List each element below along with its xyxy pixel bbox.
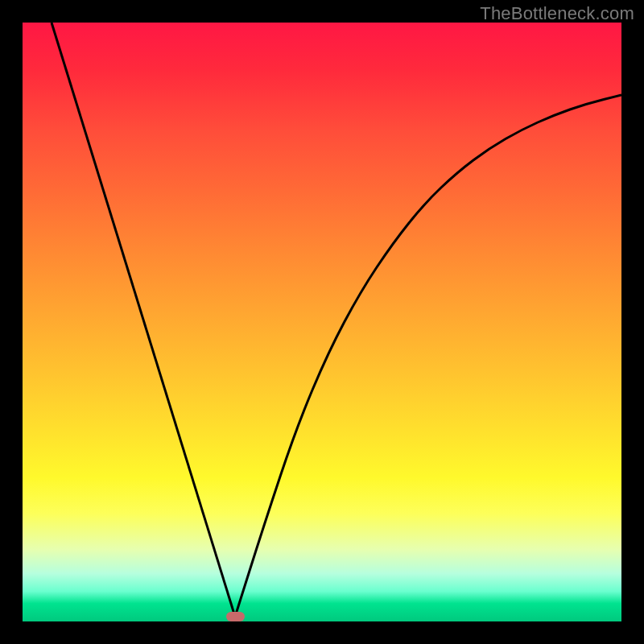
plot-area — [23, 23, 621, 621]
chart-frame: TheBottleneck.com — [0, 0, 644, 644]
optimal-marker — [226, 612, 245, 621]
bottleneck-curve — [23, 23, 621, 621]
watermark-text: TheBottleneck.com — [480, 3, 634, 24]
curve-left-branch — [52, 23, 235, 617]
curve-right-branch — [235, 95, 621, 617]
